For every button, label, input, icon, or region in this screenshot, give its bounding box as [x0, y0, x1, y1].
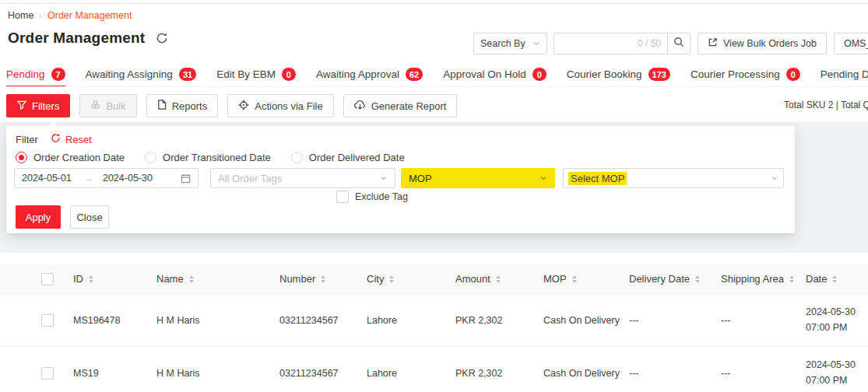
tab-label: Awaiting Assigning — [86, 68, 173, 80]
breadcrumb-home-link[interactable]: Home — [8, 10, 33, 21]
view-bulk-orders-button[interactable]: View Bulk Orders Job — [698, 33, 827, 54]
oms-xap-button[interactable]: OMS_XAP — [834, 33, 868, 54]
select-all-cell — [0, 273, 69, 285]
filter-title: Filter — [16, 134, 38, 145]
radio-order-creation-date[interactable]: Order Creation Date — [16, 152, 125, 163]
table-header-row: ID Name Number City Amount MOP Delivery … — [0, 264, 868, 294]
tab-courier-booking[interactable]: Courier Booking 173 — [567, 62, 670, 86]
filters-button[interactable]: Filters — [6, 94, 70, 117]
date-value: 2024-05-30 — [806, 358, 868, 373]
sort-icon[interactable] — [189, 275, 194, 283]
title-row: Order Management — [8, 30, 168, 47]
select-all-checkbox[interactable] — [41, 273, 54, 285]
top-search-bar: Search By 0 / 50 View Bulk Orders Job OM… — [473, 33, 868, 54]
reports-label: Reports — [172, 100, 208, 112]
search-button[interactable] — [667, 33, 691, 54]
mop-value-select[interactable]: Select MOP — [563, 168, 784, 188]
tab-pending-dispatch[interactable]: Pending Dispatch 0 — [821, 62, 868, 86]
tab-awaiting-approval[interactable]: Awaiting Approval 62 — [316, 62, 423, 86]
tab-edit-by-ebm[interactable]: Edit By EBM 0 — [216, 62, 296, 86]
filter-header: Filter Reset — [16, 133, 92, 145]
breadcrumb-current: Order Management — [47, 10, 132, 21]
toolbar: Filters Bulk Reports Actions via File Ge… — [0, 88, 868, 122]
close-label: Close — [76, 212, 102, 223]
search-by-label: Search By — [480, 38, 525, 49]
reports-button[interactable]: Reports — [146, 94, 219, 117]
totals-summary: Total SKU 2 | Total QT — [784, 100, 868, 110]
count-badge: 0 — [532, 68, 546, 81]
column-header-shipping-area[interactable]: Shipping Area — [716, 273, 801, 285]
row-checkbox[interactable] — [41, 367, 54, 380]
row-checkbox[interactable] — [41, 314, 54, 327]
view-bulk-orders-label: View Bulk Orders Job — [723, 38, 817, 49]
radio-order-delivered-date[interactable]: Order Delivered Date — [291, 152, 405, 163]
column-header-city[interactable]: City — [362, 273, 451, 285]
column-header-name[interactable]: Name — [152, 273, 275, 285]
radio-icon — [291, 152, 303, 163]
tab-awaiting-assigning[interactable]: Awaiting Assigning 31 — [86, 62, 197, 86]
column-header-mop[interactable]: MOP — [539, 273, 624, 285]
radio-label: Order Creation Date — [33, 152, 125, 163]
tab-label: Awaiting Approval — [316, 68, 399, 80]
chevron-down-icon — [532, 40, 540, 47]
tab-courier-processing[interactable]: Courier Processing 0 — [691, 62, 800, 86]
date-value: 2024-05-30 — [806, 305, 868, 320]
table-row[interactable]: MS19 H M Haris 03211234567 Lahore PKR 2,… — [0, 347, 868, 392]
status-tabs: Pending 7 Awaiting Assigning 31 Edit By … — [0, 62, 868, 87]
breadcrumb: Home › Order Management — [8, 10, 132, 21]
table-row[interactable]: MS196478 H M Haris 03211234567 Lahore PK… — [0, 294, 868, 347]
cell-delivery-date: --- — [624, 315, 716, 326]
column-header-date[interactable]: Date — [801, 273, 868, 285]
reload-icon[interactable] — [156, 32, 168, 44]
column-header-id[interactable]: ID — [69, 273, 152, 285]
cell-mop: Cash On Delivery — [539, 368, 624, 379]
tab-pending[interactable]: Pending 7 — [6, 62, 65, 86]
search-icon — [673, 37, 684, 51]
sort-icon[interactable] — [389, 275, 394, 283]
exclude-tag-option[interactable]: Exclude Tag — [336, 191, 408, 203]
date-to-value[interactable]: 2024-05-30 — [103, 173, 153, 184]
cell-city: Lahore — [362, 315, 451, 326]
cell-amount: PKR 2,302 — [451, 368, 539, 379]
actions-via-file-label: Actions via File — [255, 100, 322, 112]
sort-icon[interactable] — [832, 275, 837, 283]
exclude-tag-checkbox[interactable] — [336, 191, 349, 203]
apply-label: Apply — [26, 212, 51, 223]
cell-id: MS196478 — [69, 315, 152, 326]
sort-icon[interactable] — [695, 275, 700, 283]
actions-via-file-button[interactable]: Actions via File — [227, 94, 333, 117]
column-header-amount[interactable]: Amount — [451, 273, 539, 285]
column-header-delivery-date[interactable]: Delivery Date — [624, 273, 716, 285]
radio-label: Order Transitioned Date — [163, 152, 271, 163]
column-header-number[interactable]: Number — [275, 273, 362, 285]
date-range-picker[interactable]: 2024-05-01 → 2024-05-30 — [14, 168, 199, 188]
search-input[interactable]: 0 / 50 — [553, 33, 667, 54]
reset-button[interactable]: Reset — [51, 133, 92, 145]
sort-icon[interactable] — [321, 275, 325, 283]
sort-icon[interactable] — [572, 275, 577, 283]
date-from-value[interactable]: 2024-05-01 — [22, 173, 72, 184]
mop-filter-select[interactable]: MOP — [401, 168, 555, 188]
close-button[interactable]: Close — [70, 205, 109, 229]
bulk-button[interactable]: Bulk — [79, 94, 136, 117]
mop-value-placeholder: Select MOP — [568, 172, 627, 185]
search-group: 0 / 50 — [553, 33, 691, 54]
chevron-down-icon — [771, 174, 778, 182]
tab-label: Courier Booking — [567, 68, 642, 80]
time-value: 07:00 PM — [806, 373, 868, 388]
sort-icon[interactable] — [789, 275, 794, 283]
search-by-select[interactable]: Search By — [473, 33, 547, 54]
order-tags-select[interactable]: All Order Tags — [210, 168, 395, 188]
cell-city: Lahore — [362, 368, 451, 379]
orders-table: ID Name Number City Amount MOP Delivery … — [0, 253, 868, 392]
sort-icon[interactable] — [496, 275, 501, 283]
generate-report-button[interactable]: Generate Report — [343, 94, 458, 117]
radio-order-transitioned-date[interactable]: Order Transitioned Date — [145, 152, 271, 163]
sort-icon[interactable] — [89, 275, 93, 283]
filter-popover: Filter Reset Order Creation Date Order T… — [6, 126, 795, 233]
apply-button[interactable]: Apply — [16, 205, 61, 229]
arrow-right-icon: → — [84, 173, 93, 184]
time-value: 07:00 PM — [806, 320, 868, 335]
tab-approval-on-hold[interactable]: Approval On Hold 0 — [443, 62, 546, 86]
filters-label: Filters — [32, 100, 59, 112]
